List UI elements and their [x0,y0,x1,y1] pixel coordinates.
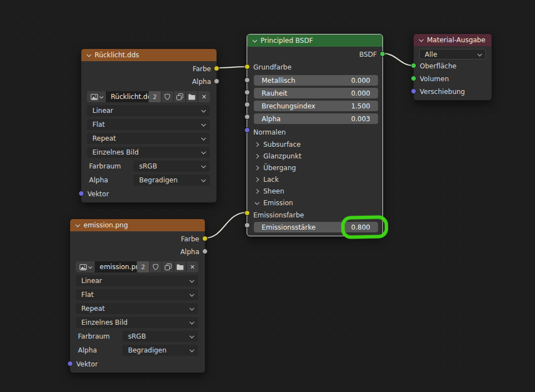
input-label-vektor: Vektor [87,190,109,198]
colorspace-dropdown[interactable]: sRGB [134,161,210,172]
dropdown-value: Linear [92,107,113,115]
socket-alpha-output[interactable] [202,249,208,254]
make-single-user-button[interactable] [162,261,174,272]
shield-icon [164,93,170,100]
interpolation-dropdown[interactable]: Linear [87,105,210,116]
dropdown-value: Begradigen [128,346,166,354]
slider-value: 1.500 [351,102,370,110]
image-users-count-button[interactable]: 2 [137,261,149,272]
source-dropdown[interactable]: Einzelnes Bild [76,317,198,328]
node-header[interactable]: emission.png [70,219,205,231]
source-dropdown[interactable]: Einzelnes Bild [87,147,210,158]
node-principled-bsdf[interactable]: Principled BSDF BSDF Grundfarbe Metallis… [247,34,383,236]
wire-farbe-to-emissionsfarbe [205,212,247,238]
dropdown-value: Flat [92,121,105,128]
dropdown-value: Einzelnes Bild [81,319,127,326]
shield-icon [153,264,159,270]
node-title: Rücklicht.dds [95,51,139,59]
alpha-mode-dropdown[interactable]: Begradigen [122,345,198,356]
section-uebergang[interactable]: Übergang [247,162,382,173]
chevron-down-icon [189,306,194,310]
chevron-right-icon [254,165,259,170]
collapse-chevron-icon[interactable] [252,38,257,42]
open-image-button[interactable] [174,261,186,272]
socket-emissionsstaerke-input[interactable] [244,222,250,228]
socket-oberflaeche-input[interactable] [411,63,416,68]
target-dropdown[interactable]: Alle [419,49,486,59]
fake-user-button[interactable] [161,91,173,102]
node-header[interactable]: Material-Ausgabe [414,34,492,46]
socket-emissionsfarbe-input[interactable] [244,210,250,216]
image-browse-button[interactable] [87,91,106,102]
copy-icon [165,264,171,270]
projection-dropdown[interactable]: Flat [87,119,210,130]
extension-dropdown[interactable]: Repeat [76,303,198,314]
fake-user-button[interactable] [150,261,161,272]
socket-volumen-input[interactable] [411,76,416,81]
ior-slider[interactable]: Brechungsindex 1.500 [254,101,378,111]
socket-alpha-output[interactable] [214,78,219,84]
copy-icon [176,93,183,100]
unlink-button[interactable]: ✕ [186,261,198,272]
node-image-texture-emission[interactable]: emission.png Farbe Alpha emission.png 2 [70,219,205,373]
image-browse-button[interactable] [76,261,95,272]
collapse-chevron-icon[interactable] [75,222,80,227]
socket-brechungsindex-input[interactable] [244,102,250,107]
alpha-slider[interactable]: Alpha 0.003 [254,113,378,124]
socket-bsdf-output[interactable] [380,51,385,57]
socket-farbe-output[interactable] [214,66,219,71]
node-header[interactable]: Principled BSDF [247,34,382,47]
section-label: Emission [263,199,293,207]
collapse-chevron-icon[interactable] [419,37,423,42]
socket-grundfarbe-input[interactable] [244,64,250,70]
slider-label: Brechungsindex [262,102,315,110]
open-image-button[interactable] [186,91,198,102]
socket-normalen-input[interactable] [244,127,250,133]
socket-verschiebung-input[interactable] [411,88,416,94]
projection-dropdown[interactable]: Flat [76,289,198,300]
image-users-count-button[interactable]: 2 [149,91,161,102]
section-subsurface[interactable]: Subsurface [247,138,382,150]
output-label-alpha: Alpha [192,78,211,86]
node-header[interactable]: Rücklicht.dds [81,49,217,61]
extension-dropdown[interactable]: Repeat [87,133,210,144]
node-material-output[interactable]: Material-Ausgabe Alle Oberfläche Volumen… [413,33,492,101]
alpha-mode-dropdown[interactable]: Begradigen [134,175,210,186]
wire-bsdf-to-oberflaeche [383,53,413,66]
image-name-field[interactable]: Rücklicht.dds [106,91,148,102]
input-label-normalen: Normalen [253,128,286,136]
section-lack[interactable]: Lack [247,173,382,185]
chevron-down-icon [201,150,205,154]
chevron-down-icon [189,334,194,338]
socket-vektor-input[interactable] [67,361,73,366]
image-icon [80,264,87,270]
section-label: Subsurface [263,141,301,148]
section-sheen[interactable]: Sheen [247,185,382,197]
metallic-slider[interactable]: Metallisch 0.000 [254,75,378,86]
socket-vektor-input[interactable] [78,191,84,196]
highlight-annotation-ellipse [341,215,389,239]
socket-rauheit-input[interactable] [244,90,250,95]
interpolation-dropdown[interactable]: Linear [76,275,198,286]
section-emission[interactable]: Emission [247,197,382,209]
socket-metallisch-input[interactable] [244,77,250,83]
node-editor-canvas[interactable]: Rücklicht.dds Farbe Alpha Rücklicht.dds … [0,0,535,392]
collapse-chevron-icon[interactable] [86,52,91,57]
unlink-button[interactable]: ✕ [198,91,210,102]
chevron-down-icon [201,122,205,126]
socket-farbe-output[interactable] [202,236,208,241]
folder-icon [176,264,184,270]
chevron-down-icon [189,348,194,352]
node-image-texture-ruecklicht[interactable]: Rücklicht.dds Farbe Alpha Rücklicht.dds … [81,48,217,203]
socket-alpha-input[interactable] [244,114,250,120]
slider-label: Rauheit [262,90,287,97]
output-label-bsdf: BSDF [359,51,377,58]
input-label-grundfarbe: Grundfarbe [253,63,292,71]
roughness-slider[interactable]: Rauheit 0.000 [254,88,378,98]
make-single-user-button[interactable] [174,91,185,102]
image-name-field[interactable]: emission.png [95,261,136,272]
colorspace-dropdown[interactable]: sRGB [122,331,198,342]
dropdown-value: Einzelnes Bild [92,148,139,156]
section-glanzpunkt[interactable]: Glanzpunkt [247,150,382,162]
image-datablock-selector: emission.png 2 [76,261,198,272]
